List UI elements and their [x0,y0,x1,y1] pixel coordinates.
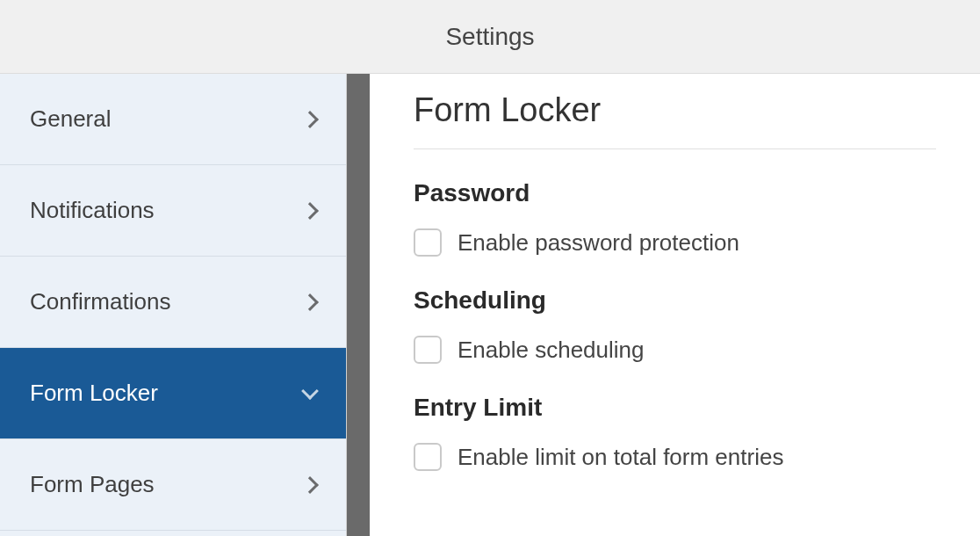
chevron-right-icon [301,476,319,494]
enable-password-checkbox[interactable] [414,228,442,257]
settings-sidebar: General Notifications Confirmations Form… [0,74,347,536]
enable-entry-limit-label[interactable]: Enable limit on total form entries [458,444,783,471]
settings-header: Settings [0,0,980,74]
checkbox-row-entry-limit: Enable limit on total form entries [414,443,936,471]
sidebar-item-form-locker[interactable]: Form Locker [0,348,346,439]
section-heading-scheduling: Scheduling [414,286,936,315]
chevron-right-icon [301,111,319,128]
sidebar-item-label: Confirmations [30,288,170,315]
section-heading-entry-limit: Entry Limit [414,394,936,422]
page-title: Form Locker [414,91,936,149]
sidebar-item-label: General [30,105,112,133]
content-panel: Form Locker Password Enable password pro… [370,74,980,536]
section-heading-password: Password [414,179,936,207]
enable-scheduling-label[interactable]: Enable scheduling [458,337,645,364]
body-wrap: General Notifications Confirmations Form… [0,74,980,536]
chevron-right-icon [301,202,319,220]
sidebar-item-label: Form Pages [30,471,155,498]
sidebar-item-label: Form Locker [30,380,158,407]
header-title: Settings [445,23,534,51]
sidebar-item-label: Notifications [30,197,155,224]
divider-strip [347,74,370,536]
sidebar-item-general[interactable]: General [0,74,346,165]
enable-scheduling-checkbox[interactable] [414,336,442,364]
sidebar-item-confirmations[interactable]: Confirmations [0,257,346,348]
enable-password-label[interactable]: Enable password protection [458,229,739,257]
chevron-down-icon [301,382,319,400]
enable-entry-limit-checkbox[interactable] [414,443,442,471]
sidebar-item-notifications[interactable]: Notifications [0,165,346,257]
sidebar-item-form-pages[interactable]: Form Pages [0,439,346,531]
checkbox-row-password: Enable password protection [414,228,936,257]
checkbox-row-scheduling: Enable scheduling [414,336,936,364]
chevron-right-icon [301,293,319,311]
